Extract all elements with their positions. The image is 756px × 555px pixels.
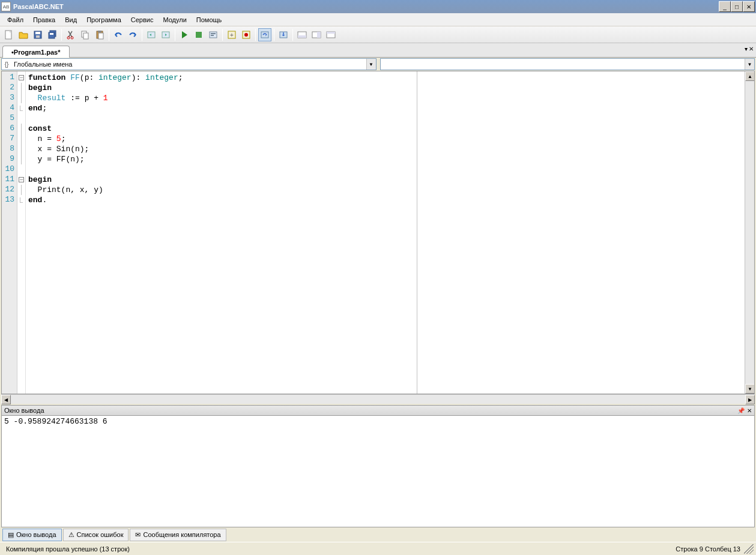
menu-файл[interactable]: Файл: [2, 14, 28, 25]
bottom-tab-errors[interactable]: ⚠Список ошибок: [63, 529, 129, 541]
nav-forward-icon[interactable]: [159, 28, 172, 41]
fold-marker[interactable]: −: [17, 175, 25, 185]
output-icon: ▤: [8, 531, 14, 539]
tab-menu-icon[interactable]: ▾: [745, 46, 748, 52]
line-number: 3: [2, 93, 17, 103]
toolbar-separator: [274, 29, 274, 41]
toggle-bp-icon[interactable]: [240, 28, 253, 41]
svg-rect-24: [261, 32, 268, 38]
bottom-tab-compiler[interactable]: ✉Сообщения компилятора: [130, 529, 226, 541]
toolbar-separator: [255, 29, 256, 41]
line-number: 1: [2, 73, 17, 83]
fold-marker: [17, 93, 25, 103]
scroll-right-icon[interactable]: ▶: [745, 395, 755, 404]
minimize-button[interactable]: _: [719, 1, 731, 12]
app-icon: AB: [1, 2, 11, 11]
braces-icon: {}: [2, 61, 11, 68]
svg-rect-6: [50, 33, 53, 35]
member-dropdown[interactable]: ▼: [380, 58, 755, 70]
line-number: 13: [2, 195, 17, 205]
undo-icon[interactable]: [112, 28, 125, 41]
status-compile-text: Компиляция прошла успешно (13 строк): [2, 545, 133, 553]
svg-text:+: +: [230, 32, 234, 38]
bottom-tab-label: Сообщения компилятора: [143, 531, 220, 538]
line-number: 4: [2, 103, 17, 113]
fold-marker: [17, 164, 25, 175]
run-icon[interactable]: [178, 28, 191, 41]
fold-marker: [17, 103, 25, 113]
fold-marker: [17, 124, 25, 134]
horizontal-scrollbar[interactable]: ◀ ▶: [1, 394, 755, 404]
menu-вид[interactable]: Вид: [60, 14, 82, 25]
paste-icon[interactable]: [93, 28, 106, 41]
editor-container: 12345678910111213 −− function FF(p: inte…: [1, 71, 755, 394]
bottom-tab-output[interactable]: ▤Окно вывода: [2, 529, 62, 541]
status-cursor-pos: Строка 9 Столбец 13: [672, 545, 744, 553]
close-button[interactable]: ✕: [743, 1, 755, 12]
add-watch-icon[interactable]: +: [225, 28, 238, 41]
redo-icon[interactable]: [126, 28, 139, 41]
close-panel-icon[interactable]: ✕: [747, 407, 752, 414]
menu-помощь[interactable]: Помощь: [192, 14, 227, 25]
compiler-icon: ✉: [135, 531, 141, 539]
pin-icon[interactable]: 📌: [737, 407, 745, 414]
save-icon[interactable]: [31, 28, 44, 41]
nav-back-icon[interactable]: [145, 28, 158, 41]
line-number: 8: [2, 144, 17, 154]
code-editor-right[interactable]: [417, 71, 745, 394]
line-number: 2: [2, 83, 17, 93]
vertical-scrollbar[interactable]: ▲ ▼: [745, 71, 754, 394]
line-number: 7: [2, 134, 17, 144]
fold-marker: [17, 154, 25, 164]
stop-icon[interactable]: [192, 28, 205, 41]
toolbar-separator: [109, 29, 109, 41]
svg-rect-3: [36, 35, 40, 38]
watch-toggle-icon[interactable]: [310, 28, 323, 41]
scope-dropdown-text: Глобальные имена: [11, 61, 366, 68]
maximize-button[interactable]: □: [731, 1, 743, 12]
menu-сервис[interactable]: Сервис: [126, 14, 159, 25]
svg-rect-2: [35, 32, 40, 34]
output-panel-body[interactable]: 5 -0.958924274663138 6: [1, 416, 755, 527]
errors-icon: ⚠: [68, 531, 74, 539]
code-editor[interactable]: function FF(p: integer): integer;begin R…: [26, 71, 417, 394]
menu-правка[interactable]: Правка: [28, 14, 60, 25]
output-toggle-icon[interactable]: [295, 28, 309, 41]
scope-dropdown[interactable]: {} Глобальные имена ▼: [1, 58, 376, 70]
scroll-up-icon[interactable]: ▲: [745, 71, 755, 81]
open-file-icon[interactable]: [17, 28, 30, 41]
svg-rect-29: [317, 32, 321, 38]
fold-gutter[interactable]: −−: [17, 71, 26, 394]
line-number: 11: [2, 175, 17, 185]
save-all-icon[interactable]: [46, 28, 59, 41]
resize-grip-icon[interactable]: [744, 544, 754, 554]
cut-icon[interactable]: [64, 28, 77, 41]
scroll-down-icon[interactable]: ▼: [745, 384, 755, 394]
output-panel-title: Окно вывода: [4, 407, 735, 414]
menu-модули[interactable]: Модули: [158, 14, 191, 25]
debug-panel-icon[interactable]: [324, 28, 337, 41]
tab-program1[interactable]: •Program1.pas*: [2, 46, 70, 58]
tab-strip: •Program1.pas* ▾ ✕: [0, 43, 756, 58]
menu-программа[interactable]: Программа: [82, 14, 126, 25]
toolbar-separator: [61, 29, 62, 41]
tab-close-icon[interactable]: ✕: [749, 46, 754, 52]
toolbar-separator: [222, 29, 223, 41]
svg-rect-27: [298, 35, 306, 38]
fold-marker: [17, 185, 25, 195]
title-bar: AB PascalABC.NET _ □ ✕: [0, 0, 756, 13]
fold-marker: [17, 134, 25, 144]
scroll-left-icon[interactable]: ◀: [1, 395, 11, 404]
fold-marker[interactable]: −: [17, 73, 25, 83]
svg-rect-10: [83, 33, 88, 39]
compile-icon[interactable]: [207, 28, 220, 41]
chevron-down-icon[interactable]: ▼: [745, 59, 754, 70]
step-into-icon[interactable]: [277, 28, 290, 41]
chevron-down-icon[interactable]: ▼: [366, 59, 376, 70]
step-over-icon[interactable]: [258, 28, 271, 41]
toolbar-separator: [292, 29, 293, 41]
new-file-icon[interactable]: [2, 28, 16, 41]
copy-icon[interactable]: [79, 28, 92, 41]
svg-point-23: [244, 33, 248, 37]
line-number: 5: [2, 113, 17, 124]
